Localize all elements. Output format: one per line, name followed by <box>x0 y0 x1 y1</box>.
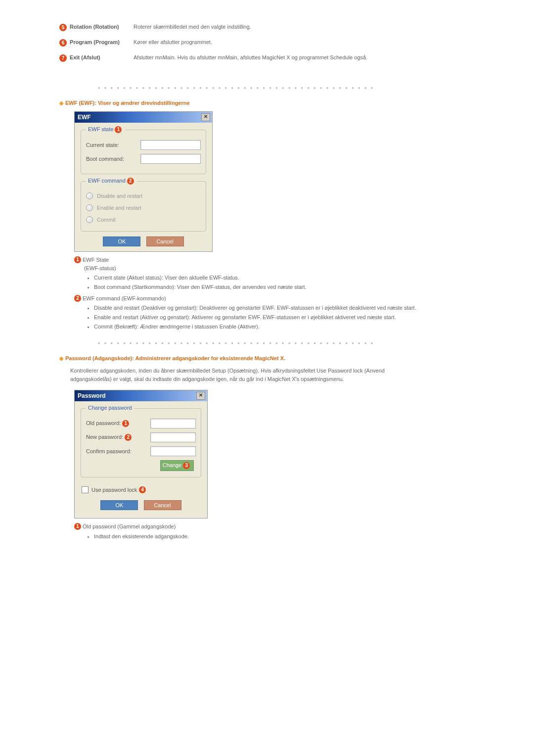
ewf-title-bar: EWF ✕ <box>75 112 212 123</box>
password-title-bar: Password ✕ <box>75 390 207 401</box>
change-password-legend: Change password <box>86 405 134 411</box>
setting-label-rotation: Rotation (Rotation) <box>70 24 119 30</box>
divider: ●●●●●●●●●●●●●●●●●●●●●●●●●●●●●●●●●●●●●●●●… <box>74 86 400 90</box>
setting-label-program: Program (Program) <box>70 39 120 45</box>
old-password-label: Old password: <box>86 420 121 426</box>
use-password-lock-badge: 4 <box>139 486 146 493</box>
setting-label-exit: Exit (Afslut) <box>70 54 100 60</box>
ewf-state-badge: 1 <box>115 126 122 133</box>
password-ok-button[interactable]: OK <box>100 500 138 510</box>
password-dialog: Password ✕ Change password Old password:… <box>74 390 208 519</box>
change-button[interactable]: Change 3 <box>160 460 194 471</box>
new-password-field[interactable] <box>150 432 196 442</box>
ewf-state-legend-text: EWF state <box>88 126 113 132</box>
password-list: 1 Old password (Gammel adgangskode) Indt… <box>74 522 465 540</box>
setting-desc-program: Kører eller afslutter programmet. <box>134 35 396 50</box>
bullet-icon: ◆ <box>59 100 63 106</box>
bullet-icon: ◆ <box>59 355 63 361</box>
ewf-list-num-2: 2 <box>74 295 81 302</box>
radio-enable-restart[interactable]: Enable and restart <box>86 204 201 211</box>
ewf-list-num-1: 1 <box>74 256 81 263</box>
ewf-list-sub-1: (EWF-status) <box>84 264 465 273</box>
current-state-field[interactable] <box>140 140 201 150</box>
ewf-cmd-legend-text: EWF command <box>88 178 126 184</box>
ewf-list-item: Current state (Aktuel status): Viser den… <box>94 274 465 282</box>
radio-icon <box>86 192 93 199</box>
divider: ●●●●●●●●●●●●●●●●●●●●●●●●●●●●●●●●●●●●●●●●… <box>74 341 400 345</box>
ewf-dialog-title: EWF <box>78 114 91 121</box>
setting-num-program: 6 <box>59 39 67 47</box>
radio-icon <box>86 216 93 223</box>
confirm-password-label: Confirm password: <box>86 448 150 454</box>
setting-num-exit: 7 <box>59 54 67 62</box>
confirm-password-field[interactable] <box>150 446 196 456</box>
setting-num-rotation: 5 <box>59 24 67 31</box>
close-icon[interactable]: ✕ <box>196 392 205 400</box>
ewf-list-item: Commit (Bekræft): Ændrer ændringerne i s… <box>94 323 465 331</box>
pwd-list-num-1: 1 <box>74 523 81 530</box>
old-password-field[interactable] <box>150 419 196 428</box>
setting-desc-exit: Afslutter mnMain. Hvis du afslutter mnMa… <box>134 50 396 66</box>
pwd-list-item: Indtast den eksisterende adgangskode. <box>94 532 465 541</box>
current-state-label: Current state: <box>86 142 140 148</box>
ewf-list-title-1: EWF State <box>83 256 109 264</box>
ewf-ok-button[interactable]: OK <box>103 236 140 246</box>
ewf-section-title: ◆EWF (EWF): Viser og ændrer drevindstill… <box>59 100 465 106</box>
change-badge: 3 <box>183 462 190 469</box>
ewf-list-item: Enable and restart (Aktiver og genstart)… <box>94 313 465 322</box>
settings-table: 5 Rotation (Rotation) Roterer skærmbille… <box>59 20 396 66</box>
ewf-command-group: EWF command 2 Disable and restart Enable… <box>81 181 206 232</box>
ewf-dialog: EWF ✕ EWF state 1 Current state: Boot co… <box>74 111 213 252</box>
radio-commit[interactable]: Commit <box>86 216 201 223</box>
password-cancel-button[interactable]: Cancel <box>144 500 181 510</box>
radio-disable-restart[interactable]: Disable and restart <box>86 192 201 199</box>
setting-desc-rotation: Roterer skærmbilledet med den valgte ind… <box>134 20 396 35</box>
change-password-group: Change password Old password: 1 New pass… <box>81 408 201 477</box>
radio-icon <box>86 204 93 211</box>
ewf-state-group: EWF state 1 Current state: Boot command: <box>81 130 206 174</box>
boot-command-label: Boot command: <box>86 156 140 162</box>
ewf-cmd-badge: 2 <box>127 178 134 185</box>
use-password-lock-label: Use password lock <box>91 487 137 493</box>
use-password-lock-row[interactable]: Use password lock 4 <box>82 486 200 493</box>
old-password-badge: 1 <box>122 420 129 427</box>
ewf-list: 1 EWF State (EWF-status) Current state (… <box>74 256 465 331</box>
boot-command-field[interactable] <box>140 154 201 164</box>
close-icon[interactable]: ✕ <box>201 113 210 121</box>
new-password-label: New password: <box>86 434 123 440</box>
password-dialog-title: Password <box>78 392 106 399</box>
pwd-list-title-1: Old password (Gammel adgangskode) <box>83 522 176 531</box>
ewf-cancel-button[interactable]: Cancel <box>146 236 184 246</box>
checkbox-icon[interactable] <box>82 486 89 493</box>
ewf-list-item: Boot command (Startkommando): Viser den … <box>94 283 465 291</box>
new-password-badge: 2 <box>125 434 132 441</box>
password-intro: Kontrollerer adgangskoden, inden du åbne… <box>70 367 406 383</box>
password-section-title: ◆Password (Adgangskode): Administrerer a… <box>59 355 465 362</box>
ewf-list-title-2: EWF command (EWF-kommando) <box>83 294 166 303</box>
ewf-list-item: Disable and restart (Deaktiver og gensta… <box>94 304 465 312</box>
